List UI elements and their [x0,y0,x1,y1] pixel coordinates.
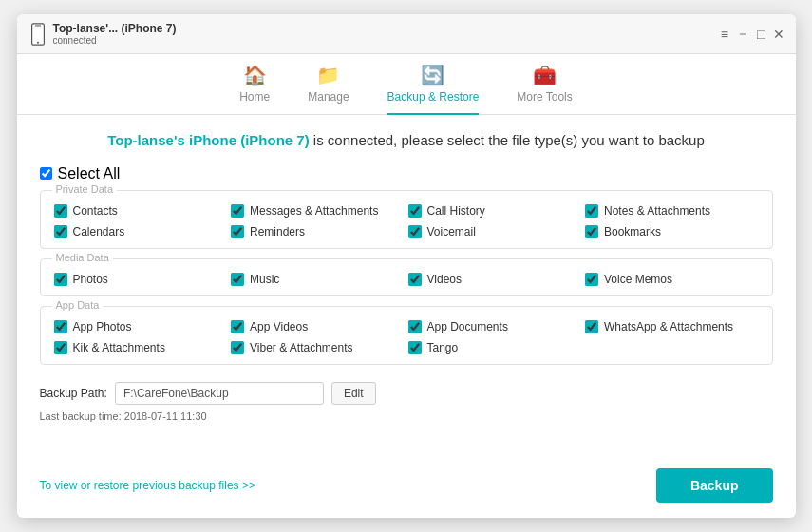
backup-button[interactable]: Backup [656,468,773,503]
list-item: Tango [408,341,582,354]
voicemail-checkbox[interactable] [408,225,422,238]
select-all-checkbox[interactable] [40,167,52,180]
voice-memos-label: Voice Memos [604,273,672,286]
music-label: Music [250,273,279,286]
nav-more-tools-label: More Tools [517,90,572,104]
list-item: Reminders [231,225,405,238]
last-backup-text: Last backup time: 2018-07-11 11:30 [40,410,773,422]
voice-memos-checkbox[interactable] [585,273,598,286]
kik-checkbox[interactable] [54,341,67,354]
app-documents-checkbox[interactable] [408,320,422,333]
app-videos-label: App Videos [250,320,308,333]
manage-icon: 📁 [316,64,340,86]
nav-backup-restore-label: Backup & Restore [387,90,480,104]
reminders-checkbox[interactable] [231,225,244,238]
tango-checkbox[interactable] [408,341,422,354]
viber-label: Viber & Attachments [250,341,353,354]
app-documents-label: App Documents [427,320,508,333]
device-status: connected [53,35,177,46]
titlebar-left: Top-lanse'... (iPhone 7) connected [28,22,721,46]
phone-icon [28,23,47,46]
list-item: Contacts [54,204,228,218]
list-item: Call History [408,204,582,218]
titlebar: Top-lanse'... (iPhone 7) connected ≡ － □… [17,14,796,54]
edit-button[interactable]: Edit [331,382,376,405]
list-item: Messages & Attachments [231,204,405,218]
menu-icon[interactable]: ≡ [721,27,728,42]
calendars-label: Calendars [73,225,125,238]
voicemail-label: Voicemail [427,225,476,238]
call-history-checkbox[interactable] [408,204,422,218]
svg-rect-1 [34,25,40,26]
list-item: Voice Memos [585,273,759,286]
music-checkbox[interactable] [231,273,244,286]
app-photos-label: App Photos [73,320,132,333]
contacts-checkbox[interactable] [54,204,67,218]
notes-label: Notes & Attachments [604,204,710,218]
list-item: Videos [408,273,582,286]
media-data-section: Media Data Photos Music Videos Voice Mem… [40,258,773,296]
private-data-label: Private Data [52,183,118,195]
svg-rect-0 [31,23,44,44]
videos-checkbox[interactable] [408,273,422,286]
call-history-label: Call History [427,204,485,218]
page-title-rest: is connected, please select the file typ… [310,132,705,148]
notes-checkbox[interactable] [585,204,598,218]
nav-backup-restore[interactable]: 🔄 Backup & Restore [387,64,480,115]
list-item: Viber & Attachments [231,341,405,354]
messages-label: Messages & Attachments [250,204,378,218]
whatsapp-label: WhatsApp & Attachments [604,320,733,333]
select-all-row: Select All [40,165,773,182]
bookmarks-checkbox[interactable] [585,225,598,238]
list-item: App Videos [231,320,405,333]
list-item: Calendars [54,225,228,238]
restore-link[interactable]: To view or restore previous backup files… [40,479,255,492]
app-photos-checkbox[interactable] [54,320,67,333]
device-highlight: Top-lanse's iPhone (iPhone 7) [107,132,309,148]
contacts-label: Contacts [73,204,118,218]
reminders-label: Reminders [250,225,305,238]
photos-label: Photos [73,273,108,286]
nav-home[interactable]: 🏠 Home [239,64,270,115]
minimize-icon[interactable]: － [736,26,749,43]
media-data-label: Media Data [52,252,113,263]
kik-label: Kik & Attachments [73,341,165,354]
device-name: Top-lanse'... (iPhone 7) [53,22,177,35]
svg-point-2 [37,41,39,43]
backup-path-row: Backup Path: Edit [40,382,773,405]
navbar: 🏠 Home 📁 Manage 🔄 Backup & Restore 🧰 Mor… [17,54,796,115]
whatsapp-checkbox[interactable] [585,320,598,333]
app-videos-checkbox[interactable] [231,320,244,333]
media-data-grid: Photos Music Videos Voice Memos [54,273,759,286]
close-icon[interactable]: ✕ [773,27,784,42]
list-item: Music [231,273,405,286]
backup-path-input[interactable] [115,382,324,405]
list-item: App Photos [54,320,228,333]
photos-checkbox[interactable] [54,273,67,286]
maximize-icon[interactable]: □ [757,27,765,42]
viber-checkbox[interactable] [231,341,244,354]
list-item: WhatsApp & Attachments [585,320,759,333]
home-icon: 🏠 [243,64,267,86]
more-tools-icon: 🧰 [533,64,557,86]
app-data-section: App Data App Photos App Videos App Docum… [40,306,773,365]
nav-more-tools[interactable]: 🧰 More Tools [517,64,572,115]
nav-manage-label: Manage [308,90,349,104]
calendars-checkbox[interactable] [54,225,67,238]
list-item: Kik & Attachments [54,341,228,354]
nav-manage[interactable]: 📁 Manage [308,64,349,115]
bottom-row: To view or restore previous backup files… [40,459,773,503]
main-content: Top-lanse's iPhone (iPhone 7) is connect… [17,115,796,518]
app-data-grid: App Photos App Videos App Documents What… [54,320,759,354]
select-all-label: Select All [58,165,121,182]
backup-restore-icon: 🔄 [421,64,444,86]
private-data-section: Private Data Contacts Messages & Attachm… [40,190,773,249]
device-info: Top-lanse'... (iPhone 7) connected [53,22,177,46]
list-item: App Documents [408,320,582,333]
bookmarks-label: Bookmarks [604,225,661,238]
page-title: Top-lanse's iPhone (iPhone 7) is connect… [40,130,773,152]
messages-checkbox[interactable] [231,204,244,218]
list-item: Voicemail [408,225,582,238]
list-item: Photos [54,273,228,286]
private-data-grid: Contacts Messages & Attachments Call His… [54,204,759,238]
